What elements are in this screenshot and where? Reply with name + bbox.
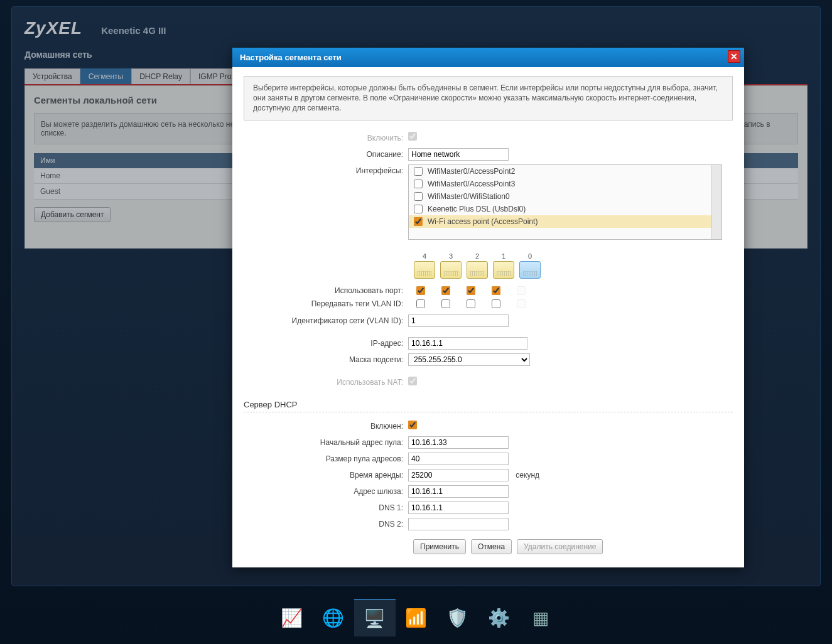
iface-item[interactable]: Keenetic Plus DSL (UsbDsl0) bbox=[409, 203, 721, 215]
port-label: 0 bbox=[528, 252, 532, 260]
iface-checkbox[interactable] bbox=[414, 192, 423, 201]
iface-label: WifiMaster0/AccessPoint3 bbox=[428, 180, 515, 188]
brand-logo: ZyXEL bbox=[24, 18, 82, 38]
iface-label: Wi-Fi access point (AccessPoint) bbox=[428, 217, 538, 226]
modal-title: Настройка сегмента сети ✕ bbox=[232, 48, 744, 67]
col-name: Имя bbox=[34, 153, 251, 168]
vlan-tag-checkbox bbox=[517, 299, 526, 308]
signal-icon[interactable]: 📶 bbox=[396, 599, 437, 636]
label-ip: IP-адрес: bbox=[244, 337, 408, 350]
pool-size-input[interactable] bbox=[408, 453, 509, 465]
cancel-button[interactable]: Отмена bbox=[471, 539, 512, 554]
ip-address-input[interactable] bbox=[408, 337, 527, 350]
lan-port-icon bbox=[440, 261, 462, 279]
iface-item[interactable]: WifiMaster0/WifiStation0 bbox=[409, 190, 721, 203]
use-port-checkbox[interactable] bbox=[441, 286, 450, 295]
tab-dhcp-relay[interactable]: DHCP Relay bbox=[131, 68, 190, 84]
iface-item[interactable]: WifiMaster0/AccessPoint3 bbox=[409, 178, 721, 190]
lan-port-icon bbox=[493, 261, 514, 279]
port-label: 4 bbox=[423, 252, 426, 260]
label-dns2: DNS 2: bbox=[244, 518, 408, 530]
iface-label: WifiMaster0/WifiStation0 bbox=[428, 192, 510, 201]
vlan-tag-checkbox[interactable] bbox=[467, 299, 475, 308]
gateway-input[interactable] bbox=[408, 485, 509, 498]
interfaces-listbox[interactable]: WifiMaster0/AccessPoint2 WifiMaster0/Acc… bbox=[408, 164, 722, 240]
iface-item[interactable]: WifiMaster0/AccessPoint2 bbox=[409, 165, 721, 178]
shield-icon[interactable]: 🛡️ bbox=[437, 599, 478, 636]
iface-label: WifiMaster0/AccessPoint2 bbox=[428, 167, 515, 176]
add-segment-button[interactable]: Добавить сегмент bbox=[34, 207, 111, 222]
label-gateway: Адрес шлюза: bbox=[244, 485, 408, 498]
tab-segments[interactable]: Сегменты bbox=[80, 68, 131, 84]
use-port-checkbox[interactable] bbox=[467, 286, 475, 295]
pool-start-input[interactable] bbox=[408, 436, 509, 449]
scrollbar[interactable] bbox=[711, 165, 721, 239]
apps-icon[interactable]: ▦ bbox=[520, 599, 561, 636]
nat-checkbox bbox=[408, 377, 417, 385]
wan-port-icon bbox=[519, 261, 541, 279]
modal-note: Выберите интерфейсы, которые должны быть… bbox=[244, 76, 733, 121]
dhcp-section-title: Сервер DHCP bbox=[244, 400, 733, 409]
iface-checkbox[interactable] bbox=[414, 180, 423, 188]
ports-diagram: 4 3 2 1 0 bbox=[413, 252, 733, 280]
label-dhcp-on: Включен: bbox=[244, 420, 408, 432]
vlan-tag-checkbox[interactable] bbox=[492, 299, 500, 308]
iface-label: Keenetic Plus DSL (UsbDsl0) bbox=[428, 205, 526, 213]
vlan-id-input[interactable] bbox=[408, 314, 509, 327]
port-label: 2 bbox=[475, 252, 479, 260]
port-label: 1 bbox=[502, 252, 505, 260]
cell-name: Home bbox=[34, 168, 251, 184]
port-label: 3 bbox=[449, 252, 453, 260]
dhcp-enabled-checkbox[interactable] bbox=[408, 421, 417, 429]
label-nat: Использовать NAT: bbox=[244, 376, 408, 389]
enable-checkbox bbox=[408, 132, 417, 141]
use-port-checkbox[interactable] bbox=[492, 286, 500, 295]
label-pool-size: Размер пула адресов: bbox=[244, 453, 408, 465]
bottom-nav: 📈 🌐 🖥️ 📶 🛡️ ⚙️ ▦ bbox=[0, 593, 832, 644]
model-name: Keenetic 4G III bbox=[101, 25, 166, 36]
lease-time-input[interactable] bbox=[408, 469, 509, 481]
vlan-tag-checkbox[interactable] bbox=[416, 299, 425, 308]
label-lease: Время аренды: bbox=[244, 469, 408, 481]
iface-checkbox[interactable] bbox=[414, 167, 423, 176]
dns2-input[interactable] bbox=[408, 518, 509, 530]
subnet-mask-select[interactable]: 255.255.255.0 bbox=[408, 353, 530, 366]
lan-port-icon bbox=[467, 261, 488, 279]
modal-title-text: Настройка сегмента сети bbox=[240, 53, 342, 62]
use-port-checkbox bbox=[517, 286, 526, 295]
use-port-checkbox[interactable] bbox=[416, 286, 425, 295]
label-desc: Описание: bbox=[244, 148, 408, 161]
apply-button[interactable]: Применить bbox=[413, 539, 466, 554]
close-icon[interactable]: ✕ bbox=[728, 50, 740, 63]
segment-settings-modal: Настройка сегмента сети ✕ Выберите интер… bbox=[232, 48, 744, 567]
label-pool-start: Начальный адрес пула: bbox=[244, 436, 408, 449]
monitor-icon[interactable]: 📈 bbox=[271, 599, 313, 636]
lease-unit: секунд bbox=[516, 471, 539, 480]
dns1-input[interactable] bbox=[408, 502, 509, 514]
description-input[interactable] bbox=[408, 148, 509, 161]
label-vlan-id: Идентификатор сети (VLAN ID): bbox=[244, 314, 408, 327]
tab-devices[interactable]: Устройства bbox=[24, 68, 80, 84]
label-ifaces: Интерфейсы: bbox=[244, 164, 408, 177]
label-dns1: DNS 1: bbox=[244, 502, 408, 514]
label-use-port: Использовать порт: bbox=[244, 286, 408, 295]
network-icon[interactable]: 🖥️ bbox=[354, 599, 396, 636]
lan-port-icon bbox=[414, 261, 435, 279]
delete-connection-button[interactable]: Удалить соединение bbox=[517, 539, 603, 554]
label-vlan-tag: Передавать теги VLAN ID: bbox=[244, 299, 408, 308]
cell-name: Guest bbox=[34, 184, 251, 200]
iface-checkbox[interactable] bbox=[414, 205, 423, 213]
vlan-tag-checkbox[interactable] bbox=[441, 299, 450, 308]
gear-icon[interactable]: ⚙️ bbox=[478, 599, 520, 636]
label-mask: Маска подсети: bbox=[244, 353, 408, 366]
globe-icon[interactable]: 🌐 bbox=[313, 599, 354, 636]
label-enable: Включить: bbox=[244, 132, 408, 144]
iface-checkbox[interactable] bbox=[414, 217, 423, 226]
iface-item[interactable]: Wi-Fi access point (AccessPoint) bbox=[409, 215, 721, 228]
